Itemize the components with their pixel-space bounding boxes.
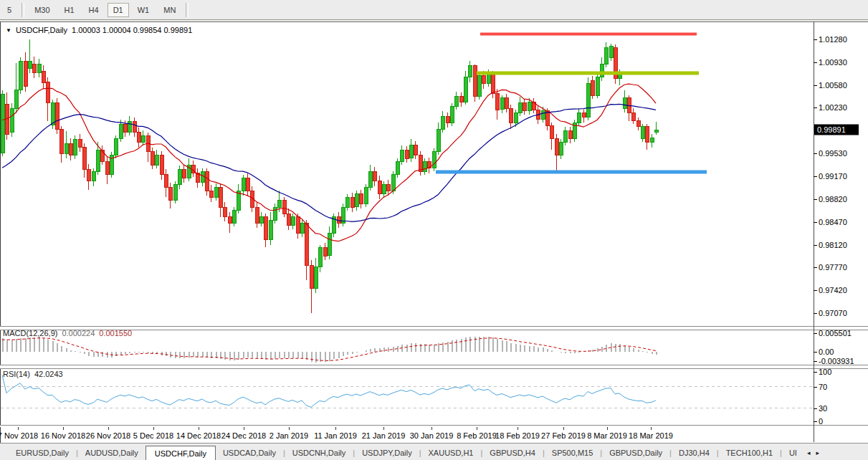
- tab-usdcnh-daily[interactable]: USDCNH,Daily: [285, 446, 353, 460]
- timeframe-button-w1[interactable]: W1: [132, 3, 156, 17]
- macd-scale-tick: [814, 361, 817, 362]
- date-axis-tick: [477, 427, 477, 430]
- tab-sp500-m15[interactable]: SP500,M15: [545, 446, 600, 460]
- tab-xauusd-h1[interactable]: XAUUSD,H1: [421, 446, 481, 460]
- date-axis-tick: [63, 427, 64, 430]
- macd-label: MACD(12,26,9) 0.000224 0.001550: [3, 329, 132, 337]
- price-axis-label: 0.97420: [819, 286, 847, 294]
- price-axis-tick: [814, 290, 817, 291]
- timeframe-button-h4[interactable]: H4: [83, 3, 105, 17]
- price-axis-label: 0.99170: [819, 172, 847, 181]
- price-axis-label: 0.99530: [819, 149, 847, 158]
- date-axis-tick: [153, 427, 154, 430]
- price-axis-label: 1.00930: [819, 58, 847, 67]
- date-tick-label: 18 Feb 2019: [495, 431, 540, 440]
- tab-usdchf-daily[interactable]: USDCHF,Daily: [146, 446, 216, 460]
- date-tick-label: 30 Jan 2019: [410, 431, 454, 440]
- date-tick-label: 7 Nov 2018: [0, 431, 38, 440]
- tab-ui[interactable]: UI: [782, 446, 804, 460]
- tab-gbpusd-daily[interactable]: GBPUSD,Daily: [602, 446, 669, 460]
- chart-window[interactable]: [0, 21, 868, 443]
- date-axis-tick: [108, 427, 109, 430]
- price-axis-tick: [814, 313, 817, 314]
- date-tick-label: 24 Dec 2018: [221, 431, 266, 440]
- macd-scale-label: 0.005501: [819, 329, 852, 337]
- price-axis-label: 0.98120: [819, 241, 847, 249]
- panel-separator-rsi[interactable]: [0, 365, 868, 369]
- price-axis-tick: [814, 199, 817, 200]
- trading-terminal: 5M30H1H4D1W1MN ▼ USDCHF,Daily 1.00003 1.…: [0, 0, 868, 460]
- tab-scroll-right-icon[interactable]: ▸: [813, 446, 822, 460]
- tab-audusd-daily[interactable]: AUDUSD,Daily: [78, 446, 146, 460]
- price-axis-label: 0.98820: [819, 195, 847, 203]
- timeframe-button-h1[interactable]: H1: [59, 3, 80, 17]
- rsi-label: RSI(14) 42.0243: [3, 370, 63, 378]
- tab-scroll-left-icon[interactable]: ◂: [804, 446, 814, 460]
- timeframe-button-5[interactable]: 5: [1, 3, 17, 17]
- toolbar-separator: [186, 3, 189, 17]
- date-tick-label: 8 Mar 2019: [587, 431, 627, 440]
- macd-name: MACD(12,26,9): [3, 329, 57, 337]
- tab-usdjpy-daily[interactable]: USDJPY,Daily: [355, 446, 419, 460]
- macd-scale-label: 0.00: [819, 348, 834, 356]
- tab-usdcad-daily[interactable]: USDCAD,Daily: [216, 446, 283, 460]
- symbol-dropdown-icon[interactable]: ▼: [6, 27, 11, 34]
- rsi-scale-tick: [814, 387, 817, 388]
- price-axis-tick: [814, 267, 817, 268]
- price-axis-label: 0.97070: [819, 309, 847, 317]
- toolbar-separator: [22, 3, 24, 17]
- timeframe-button-m30[interactable]: M30: [29, 3, 55, 17]
- price-axis-tick: [814, 107, 817, 108]
- date-tick-label: 5 Dec 2018: [133, 431, 173, 440]
- date-axis-tick: [607, 427, 608, 430]
- rsi-value: 42.0243: [34, 370, 63, 378]
- panel-separator-bottom: [0, 425, 868, 427]
- rsi-scale-label: 30: [819, 404, 827, 413]
- current-price-tag: 0.99891: [814, 125, 859, 135]
- rsi-scale-label: 0: [819, 417, 823, 426]
- timeframe-button-mn[interactable]: MN: [158, 3, 181, 17]
- price-axis-tick: [814, 39, 817, 40]
- chart-ohlc-values: 1.00003 1.00004 0.99854 0.99891: [72, 26, 192, 34]
- rsi-scale-label: 100: [819, 368, 831, 376]
- price-axis-tick: [814, 85, 817, 86]
- price-axis-label: 1.01280: [819, 35, 847, 44]
- macd-scale-tick: [814, 333, 817, 334]
- date-axis-tick: [383, 427, 384, 430]
- date-axis-tick: [431, 427, 432, 430]
- price-axis-label: 0.97770: [819, 263, 847, 272]
- chart-symbol-label: USDCHF,Daily: [16, 26, 67, 34]
- date-axis-tick: [199, 427, 199, 430]
- price-axis-tick: [814, 153, 817, 154]
- rsi-scale-tick: [814, 372, 817, 373]
- price-axis-label: 0.98470: [819, 218, 847, 226]
- date-tick-label: 21 Jan 2019: [362, 431, 406, 440]
- timeframe-button-d1[interactable]: D1: [108, 3, 129, 17]
- price-axis-tick: [814, 222, 817, 223]
- tab-eurusd-daily[interactable]: EURUSD,Daily: [9, 446, 76, 460]
- timeframe-toolbar: 5M30H1H4D1W1MN: [0, 0, 868, 20]
- chart-title: ▼ USDCHF,Daily 1.00003 1.00004 0.99854 0…: [6, 26, 192, 34]
- price-axis-label: 1.00230: [819, 103, 847, 112]
- date-tick-label: 8 Feb 2019: [457, 431, 497, 440]
- chart-tab-bar: EURUSD,Daily|AUDUSD,DailyUSDCHF,DailyUSD…: [0, 443, 868, 460]
- rsi-name: RSI(14): [3, 370, 30, 378]
- date-axis-tick: [289, 427, 290, 430]
- date-axis-tick: [651, 427, 652, 430]
- rsi-scale-label: 70: [819, 383, 827, 391]
- date-tick-label: 26 Nov 2018: [86, 431, 130, 440]
- price-axis-tick: [814, 245, 817, 246]
- macd-main-value: 0.000224: [62, 329, 95, 337]
- date-axis-tick: [335, 427, 336, 430]
- tab-tech100-h1[interactable]: TECH100,H1: [719, 446, 780, 460]
- rsi-scale-tick: [814, 408, 817, 409]
- tab-gbpusd-h4[interactable]: GBPUSD,H4: [482, 446, 543, 460]
- price-axis-label: 1.00580: [819, 81, 847, 90]
- date-tick-label: 18 Mar 2019: [629, 431, 673, 440]
- date-tick-label: 2 Jan 2019: [270, 431, 308, 440]
- price-axis-tick: [814, 176, 817, 177]
- price-axis-tick: [814, 62, 817, 63]
- tab-dj30-h4[interactable]: DJ30,H4: [672, 446, 717, 460]
- date-tick-label: 11 Jan 2019: [314, 431, 357, 440]
- date-axis-tick: [244, 427, 244, 430]
